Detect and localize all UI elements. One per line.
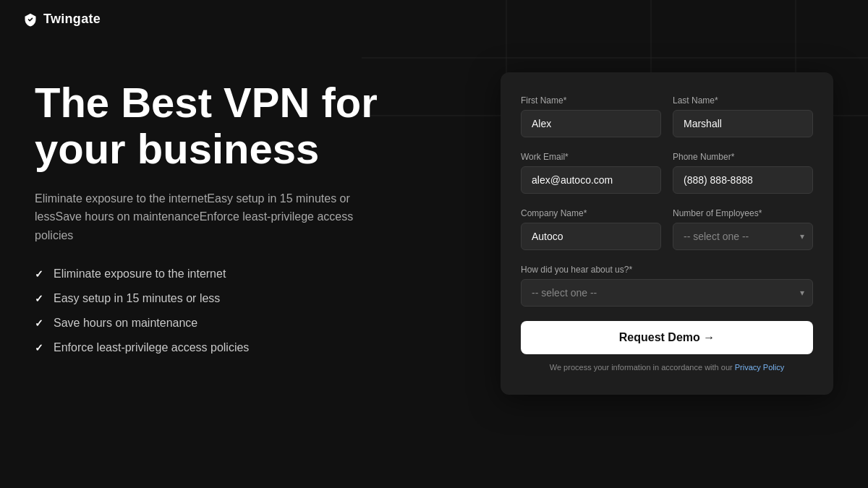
company-input[interactable] [521, 223, 661, 250]
employees-label: Number of Employees* [673, 208, 813, 218]
employees-group: Number of Employees* -- select one -- 1-… [673, 208, 813, 250]
feature-item-1: ✓ Eliminate exposure to the internet [35, 267, 405, 281]
last-name-label: Last Name* [673, 95, 813, 106]
feature-item-3: ✓ Save hours on maintenance [35, 317, 405, 330]
first-name-label: First Name* [521, 95, 661, 106]
check-icon-1: ✓ [35, 268, 43, 280]
check-icon-4: ✓ [35, 342, 43, 354]
logo[interactable]: Twingate [23, 12, 101, 27]
navbar: Twingate [0, 0, 868, 38]
twingate-logo-icon [23, 12, 38, 27]
privacy-policy-link[interactable]: Privacy Policy [735, 363, 784, 372]
phone-group: Phone Number* [673, 152, 813, 194]
feature-list: ✓ Eliminate exposure to the internet ✓ E… [35, 267, 405, 354]
work-email-input[interactable] [521, 166, 661, 194]
hear-about-select-wrapper: -- select one -- Search Engine Social Me… [521, 279, 813, 307]
request-demo-button[interactable]: Request Demo → [521, 321, 813, 354]
phone-input[interactable] [673, 166, 813, 194]
work-email-label: Work Email* [521, 152, 661, 162]
feature-item-2: ✓ Easy setup in 15 minutes or less [35, 292, 405, 305]
logo-text: Twingate [43, 12, 101, 27]
hero-subtext: Eliminate exposure to the internetEasy s… [35, 189, 382, 245]
hear-about-select[interactable]: -- select one -- Search Engine Social Me… [521, 279, 813, 307]
first-name-input[interactable] [521, 110, 661, 137]
employees-select[interactable]: -- select one -- 1-10 11-50 51-200 201-5… [673, 223, 813, 250]
last-name-input[interactable] [673, 110, 813, 137]
company-label: Company Name* [521, 208, 661, 218]
main-heading: The Best VPN for your business [35, 80, 405, 172]
feature-item-4: ✓ Enforce least-privilege access policie… [35, 341, 405, 354]
check-icon-2: ✓ [35, 293, 43, 304]
first-name-group: First Name* [521, 95, 661, 137]
employees-select-wrapper: -- select one -- 1-10 11-50 51-200 201-5… [673, 223, 813, 250]
work-email-group: Work Email* [521, 152, 661, 194]
left-content-panel: The Best VPN for your business Eliminate… [0, 0, 434, 488]
form-panel: First Name* Last Name* Work Email* Phone… [501, 72, 833, 395]
privacy-notice: We process your information in accordanc… [521, 363, 813, 372]
form-grid: First Name* Last Name* Work Email* Phone… [521, 95, 813, 307]
company-group: Company Name* [521, 208, 661, 250]
hear-about-group: How did you hear about us?* -- select on… [521, 265, 813, 307]
check-icon-3: ✓ [35, 317, 43, 329]
last-name-group: Last Name* [673, 95, 813, 137]
phone-label: Phone Number* [673, 152, 813, 162]
hear-about-label: How did you hear about us?* [521, 265, 813, 275]
